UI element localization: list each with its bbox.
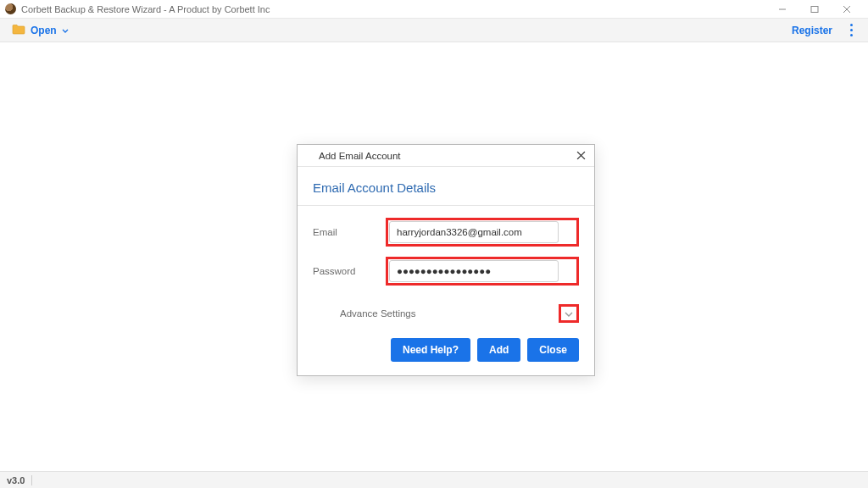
- email-label: Email: [313, 227, 386, 237]
- window-close-button[interactable]: [831, 0, 863, 19]
- add-email-account-dialog: Add Email Account Email Account Details …: [297, 144, 595, 376]
- svg-rect-1: [811, 6, 818, 12]
- add-button[interactable]: Add: [477, 338, 520, 362]
- dialog-button-row: Need Help? Add Close: [313, 338, 579, 362]
- caret-down-icon: [62, 25, 69, 36]
- app-icon: [5, 3, 16, 14]
- email-highlight: [386, 218, 579, 247]
- dialog-body: Email Account Details Email Password: [298, 167, 594, 375]
- register-link[interactable]: Register: [783, 22, 841, 39]
- advance-settings-toggle[interactable]: [564, 306, 574, 321]
- kebab-menu-button[interactable]: [841, 20, 861, 40]
- statusbar: v3.0: [0, 471, 868, 488]
- maximize-button[interactable]: [798, 0, 831, 19]
- section-heading: Email Account Details: [313, 177, 579, 205]
- titlebar: Corbett Backup & Restore Wizard - A Prod…: [0, 0, 868, 19]
- divider: [298, 205, 594, 206]
- advance-settings-label: Advance Settings: [313, 308, 559, 319]
- toolbar: Open Register: [0, 19, 868, 42]
- need-help-button[interactable]: Need Help?: [391, 338, 470, 362]
- dialog-titlebar: Add Email Account: [298, 145, 594, 167]
- password-label: Password: [313, 266, 386, 276]
- dialog-title: Add Email Account: [319, 151, 401, 161]
- password-row: Password: [313, 257, 579, 286]
- status-separator: [31, 475, 32, 485]
- app-icon: [303, 150, 314, 161]
- open-label: Open: [31, 25, 57, 36]
- main-area: Add Email Account Email Account Details …: [0, 42, 868, 471]
- chevron-down-icon: [564, 311, 574, 318]
- password-input[interactable]: [389, 260, 559, 282]
- minimize-button[interactable]: [766, 0, 798, 19]
- window-title: Corbett Backup & Restore Wizard - A Prod…: [21, 4, 270, 14]
- advance-toggle-highlight: [559, 304, 579, 323]
- password-highlight: [386, 257, 579, 286]
- email-row: Email: [313, 218, 579, 247]
- open-button[interactable]: Open: [7, 21, 74, 40]
- email-input[interactable]: [389, 221, 559, 243]
- dialog-close-button[interactable]: [572, 149, 589, 163]
- version-label: v3.0: [7, 475, 25, 485]
- advance-settings-row: Advance Settings: [313, 304, 579, 323]
- folder-icon: [12, 24, 25, 37]
- close-button[interactable]: Close: [527, 338, 579, 362]
